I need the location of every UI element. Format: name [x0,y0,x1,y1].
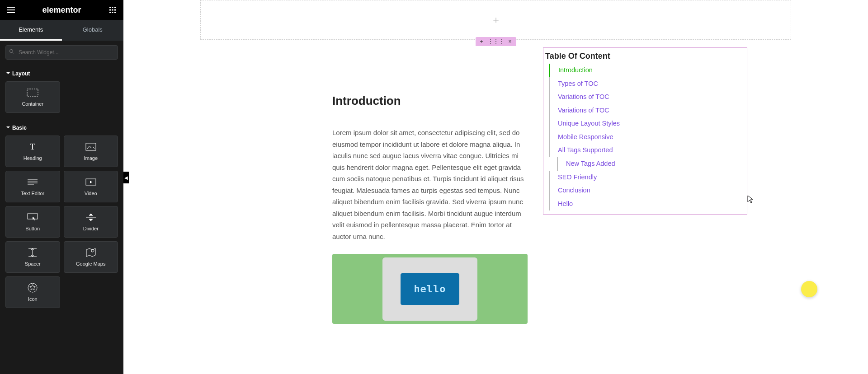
svg-rect-10 [27,89,38,96]
article-paragraph: Lorem ipsum dolor sit amet, consectetur … [332,127,531,242]
apps-grid-icon[interactable] [107,5,118,15]
hello-text: hello [414,283,446,295]
search-widget-input[interactable] [5,45,118,60]
caret-down-icon [6,126,10,129]
toc-item[interactable]: Mobile Responsive [549,131,747,144]
widget-image[interactable]: Image [64,136,118,167]
article-image: hello [332,254,528,324]
toc-item[interactable]: Introduction [549,64,747,77]
widget-heading[interactable]: T Heading [5,136,60,167]
robot-illustration: hello [382,257,477,321]
svg-rect-4 [112,9,113,11]
widget-text-editor[interactable]: Text Editor [5,171,60,202]
add-section-icon[interactable]: ＋ [491,13,501,27]
container-icon [27,88,38,98]
divider-icon [86,212,96,222]
svg-point-9 [10,50,13,53]
category-layout-toggle[interactable]: Layout [0,64,123,81]
toc-list: IntroductionTypes of TOCVariations of TO… [543,64,747,210]
widget-video[interactable]: Video [64,171,118,202]
svg-rect-7 [112,12,113,13]
handle-drag-icon[interactable]: ⋮⋮⋮ [488,38,504,45]
article-content: Introduction Lorem ipsum dolor sit amet,… [332,94,531,324]
google-maps-icon [86,248,96,257]
article-heading: Introduction [332,94,531,108]
widget-divider[interactable]: Divider [64,206,118,238]
handle-delete-button[interactable]: × [509,38,512,45]
widget-handle-toolbar: + ⋮⋮⋮ × [475,37,516,46]
toc-item[interactable]: Hello [549,197,747,211]
category-basic-toggle[interactable]: Basic [0,118,123,136]
floating-action-button[interactable] [801,281,817,297]
search-widget-wrap [0,41,123,64]
widget-spacer[interactable]: Spacer [5,241,60,273]
svg-rect-1 [112,7,113,8]
video-icon [85,177,96,187]
toc-item[interactable]: SEO Friendly [549,171,747,184]
svg-rect-3 [109,9,111,11]
svg-rect-12 [86,143,96,150]
toc-title: Table Of Content [543,51,747,64]
toc-widget[interactable]: Table Of Content IntroductionTypes of TO… [543,47,747,215]
spacer-icon [28,248,37,257]
sidebar-header: elementor [0,0,123,20]
svg-text:T: T [30,143,35,151]
widget-google-maps[interactable]: Google Maps [64,241,118,273]
image-icon [85,142,96,152]
toc-item[interactable]: Unique Layout Styles [549,117,747,131]
widget-button[interactable]: Button [5,206,60,238]
handle-add-button[interactable]: + [480,38,483,45]
widget-container[interactable]: Container [5,81,60,113]
elementor-logo: elementor [42,5,81,15]
star-icon [28,283,38,293]
empty-section-dropzone[interactable]: ＋ [200,0,791,40]
text-editor-icon [28,177,38,187]
toc-item[interactable]: All Tags Supported [549,144,747,157]
mouse-cursor-icon [747,195,754,205]
svg-rect-8 [114,12,116,13]
toc-item[interactable]: Types of TOC [549,77,747,91]
caret-down-icon [6,71,10,75]
svg-rect-2 [114,7,116,8]
toc-item[interactable]: Variations of TOC [549,90,747,104]
elementor-sidebar: elementor Elements Globals Layout Contai… [0,0,123,374]
widget-icon[interactable]: Icon [5,276,60,308]
robot-screen: hello [401,273,459,305]
toc-item[interactable]: Variations of TOC [549,104,747,117]
search-icon [9,49,14,54]
toc-item[interactable]: New Tags Added [557,157,747,171]
editor-canvas: ＋ + ⋮⋮⋮ × Introduction Lorem ipsum dolor… [123,0,868,374]
svg-rect-0 [109,7,111,8]
toc-item[interactable]: Conclusion [549,184,747,197]
sidebar-tabs: Elements Globals [0,20,123,41]
heading-icon: T [28,142,37,152]
menu-icon[interactable] [5,5,16,15]
tab-elements[interactable]: Elements [0,20,62,41]
button-icon [27,212,38,222]
tab-globals[interactable]: Globals [62,20,124,41]
svg-rect-6 [109,12,111,13]
svg-rect-5 [114,9,116,11]
